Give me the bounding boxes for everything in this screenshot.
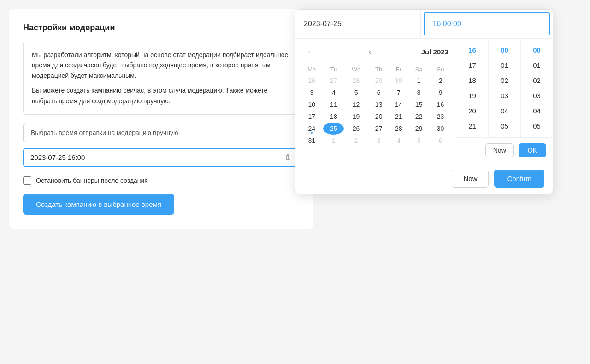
calendar-icon: 🗓	[285, 153, 292, 162]
confirm-button[interactable]: Confirm	[494, 170, 544, 188]
time-item[interactable]: 04	[489, 103, 520, 118]
calendar-day[interactable]: 12	[344, 99, 368, 111]
calendar-week-row: 24252627282930	[300, 123, 451, 135]
calendar-day[interactable]: 5	[408, 135, 430, 147]
calendar-day[interactable]: 5	[344, 87, 368, 99]
now-small-button[interactable]: Now	[485, 143, 514, 157]
calendar-week-row: 31123456	[300, 135, 451, 147]
calendar-day[interactable]: 14	[389, 99, 408, 111]
calendar-day[interactable]: 2	[344, 135, 368, 147]
calendar-week-row: 17181920212223	[300, 111, 451, 123]
calendar-day[interactable]: 6	[430, 135, 451, 147]
calendar-week-row: 3456789	[300, 87, 451, 99]
calendar-day[interactable]: 15	[408, 99, 430, 111]
calendar-day[interactable]: 2	[430, 75, 451, 87]
time-item[interactable]: 03	[489, 88, 520, 103]
calendar-day[interactable]: 3	[368, 135, 389, 147]
calendar-day[interactable]: 23	[430, 111, 451, 123]
calendar-day[interactable]: 8	[408, 87, 430, 99]
calendar-day[interactable]: 7	[389, 87, 408, 99]
calendar-day[interactable]: 30	[389, 75, 408, 87]
info-text-2: Вы можете создать кампанию сейчас, в это…	[32, 85, 291, 106]
calendar-day[interactable]: 16	[430, 99, 451, 111]
time-item[interactable]: 01	[521, 58, 553, 73]
calendar-day[interactable]: 25	[323, 123, 344, 135]
picker-time-input[interactable]	[424, 12, 550, 35]
calendar-day[interactable]: 1	[323, 135, 344, 147]
create-campaign-button[interactable]: Создать кампанию в выбранное время	[23, 194, 174, 215]
time-item[interactable]: 05	[489, 118, 520, 134]
calendar-day[interactable]: 28	[344, 75, 368, 87]
prev-month-button-2[interactable]: ‹	[365, 45, 375, 59]
calendar-day[interactable]: 10	[300, 99, 323, 111]
time-item[interactable]: 03	[521, 88, 553, 103]
calendar-day[interactable]: 29	[408, 123, 430, 135]
time-item[interactable]: 00	[489, 42, 520, 58]
time-item[interactable]: 00	[521, 42, 553, 58]
time-item[interactable]: 02	[521, 73, 553, 88]
stop-banners-checkbox[interactable]	[23, 176, 31, 185]
calendar-week-row: 10111213141516	[300, 99, 451, 111]
calendar-day[interactable]: 3	[300, 87, 323, 99]
datetime-input-display[interactable]: 2023-07-25 16:00 🗓	[23, 148, 300, 167]
calendar-day[interactable]: 31	[300, 135, 323, 147]
calendar-day[interactable]: 6	[368, 87, 389, 99]
calendar-day[interactable]: 26	[344, 123, 368, 135]
calendar-day[interactable]: 19	[344, 111, 368, 123]
calendar-day[interactable]: 24	[300, 123, 323, 135]
calendar-day[interactable]: 29	[368, 75, 389, 87]
calendar-day[interactable]: 1	[408, 75, 430, 87]
calendar-day[interactable]: 21	[389, 111, 408, 123]
calendar-day[interactable]: 26	[300, 75, 323, 87]
calendar-day[interactable]: 22	[408, 111, 430, 123]
calendar-day[interactable]: 18	[323, 111, 344, 123]
calendar-day[interactable]: 20	[368, 111, 389, 123]
weekday-sa: Sa	[408, 64, 430, 75]
calendar-day[interactable]: 4	[323, 87, 344, 99]
time-actions: Now OK	[456, 137, 553, 163]
calendar-week-row: 262728293012	[300, 75, 451, 87]
info-box: Мы разработали алгоритм, который на осно…	[23, 41, 300, 115]
calendar-day[interactable]: 27	[368, 123, 389, 135]
time-item[interactable]: 19	[456, 88, 488, 103]
calendar-day[interactable]: 30	[430, 123, 451, 135]
calendar-body: 2627282930123456789101112131415161718192…	[300, 75, 451, 147]
time-item[interactable]: 20	[456, 103, 488, 118]
picker-date-input[interactable]	[295, 10, 421, 38]
calendar-day[interactable]: 27	[323, 75, 344, 87]
weekday-th: Th	[368, 64, 389, 75]
select-time-button[interactable]: Выбрать время отправки на модерацию вруч…	[23, 123, 300, 142]
time-side: 161718192021 000102030405 000102030405 N…	[456, 39, 553, 163]
calendar-month: Jul 2023	[421, 48, 448, 56]
time-item[interactable]: 16	[456, 42, 488, 58]
time-columns: 161718192021 000102030405 000102030405	[456, 39, 553, 137]
prev-month-button[interactable]: ←	[303, 45, 319, 59]
info-text-1: Мы разработали алгоритм, который на осно…	[32, 50, 291, 81]
calendar-side: ← ‹ Jul 2023 Mo Tu We Th Fr Sa Su	[295, 39, 456, 163]
weekday-fr: Fr	[389, 64, 408, 75]
calendar-day[interactable]: 28	[389, 123, 408, 135]
calendar-day[interactable]: 11	[323, 99, 344, 111]
checkbox-row: Остановить баннеры после создания	[23, 176, 300, 185]
section-title: Настройки модерации	[23, 23, 300, 33]
time-item[interactable]: 17	[456, 58, 488, 73]
time-item[interactable]: 18	[456, 73, 488, 88]
datetime-value: 2023-07-25 16:00	[30, 153, 85, 161]
seconds-column: 000102030405	[521, 39, 553, 137]
time-item[interactable]: 04	[521, 103, 553, 118]
time-item[interactable]: 05	[521, 118, 553, 134]
calendar-day[interactable]: 4	[389, 135, 408, 147]
page-container: Настройки модерации Мы разработали алгор…	[9, 9, 313, 229]
calendar-day[interactable]: 9	[430, 87, 451, 99]
picker-top-row	[295, 10, 553, 39]
time-item[interactable]: 21	[456, 118, 488, 134]
calendar-day[interactable]: 17	[300, 111, 323, 123]
minutes-column: 000102030405	[489, 39, 521, 137]
calendar-day[interactable]: 13	[368, 99, 389, 111]
calendar-header: ← ‹ Jul 2023	[300, 45, 451, 59]
weekday-su: Su	[430, 64, 451, 75]
ok-button[interactable]: OK	[519, 143, 546, 157]
now-large-button[interactable]: Now	[452, 170, 489, 188]
time-item[interactable]: 02	[489, 73, 520, 88]
time-item[interactable]: 01	[489, 58, 520, 73]
